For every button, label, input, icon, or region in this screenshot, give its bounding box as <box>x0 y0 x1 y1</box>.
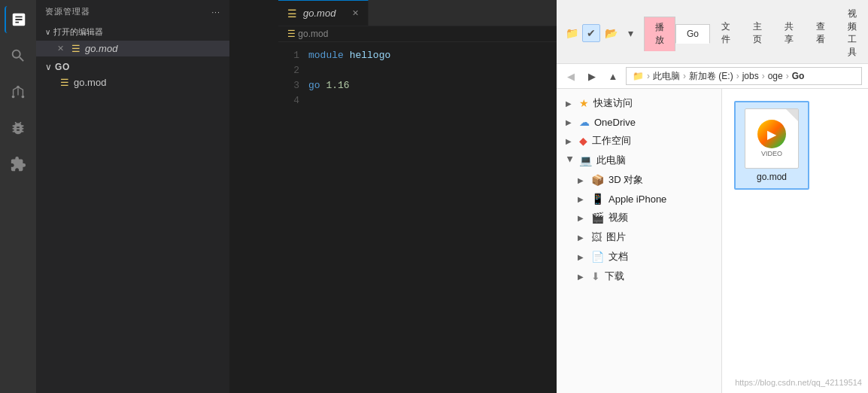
go-section-label: GO <box>55 62 70 72</box>
path-oge[interactable]: oge <box>768 71 783 81</box>
git-activity-icon[interactable] <box>5 78 32 105</box>
tree-item-workspace[interactable]: ▶ ◆ 工作空间 <box>557 131 721 151</box>
tree-item-documents[interactable]: ▶ 📄 文档 <box>557 247 721 267</box>
ribbon-tabs: 📁 ✔ 📂 ▾ 播放 Go 文件 主页 共享 查看 视频工具 <box>557 0 868 63</box>
path-icon: 📁 <box>633 71 644 81</box>
address-path[interactable]: 📁 › 此电脑 › 新加卷 (E:) › jobs › oge › Go <box>626 67 862 85</box>
go-file-icon: ☰ <box>60 77 69 88</box>
downloads-icon: ⬇ <box>591 270 600 282</box>
video-play-icon: ▶ <box>757 120 786 148</box>
ribbon-tab-home[interactable]: 主页 <box>742 16 773 50</box>
file-close-button[interactable]: ✕ <box>57 44 64 53</box>
tab-label: go.mod <box>303 8 335 19</box>
tab-file-icon: ☰ <box>287 8 297 20</box>
svg-point-2 <box>22 96 25 99</box>
open-editors-label: 打开的编辑器 <box>53 26 103 38</box>
path-drive[interactable]: 新加卷 (E:) <box>689 70 733 83</box>
3d-arrow: ▶ <box>578 176 587 184</box>
tree-item-downloads[interactable]: ▶ ⬇ 下载 <box>557 267 721 286</box>
debug-activity-icon[interactable] <box>5 114 32 142</box>
tree-item-3d[interactable]: ▶ 📦 3D 对象 <box>557 170 721 190</box>
tab-close-button[interactable]: ✕ <box>352 8 359 18</box>
ribbon-tab-go[interactable]: Go <box>675 24 710 44</box>
sidebar-more-button[interactable]: ··· <box>211 8 220 17</box>
pictures-arrow: ▶ <box>578 233 587 242</box>
workspace-arrow: ▶ <box>566 137 575 145</box>
quick-folder2-button[interactable]: 📂 <box>602 24 620 42</box>
ribbon-tab-share[interactable]: 共享 <box>773 16 805 50</box>
ribbon: 📁 ✔ 📂 ▾ 播放 Go 文件 主页 共享 查看 视频工具 <box>557 0 868 64</box>
address-bar: ◀ ▶ ▲ 📁 › 此电脑 › 新加卷 (E:) › jobs › oge › … <box>557 64 868 89</box>
nav-back-button[interactable]: ◀ <box>563 68 579 84</box>
this-pc-icon: 💻 <box>579 154 592 166</box>
path-jobs[interactable]: jobs <box>742 71 759 81</box>
explorer-body: ▶ ★ 快速访问 ▶ ☁ OneDrive ▶ ◆ 工作空间 ▶ 💻 此电脑 ▶ <box>557 89 868 393</box>
activity-bar <box>0 0 36 393</box>
sidebar-header: 资源管理器 ··· <box>36 0 229 23</box>
active-file-tab[interactable]: ✕ ☰ go.mod <box>36 41 229 56</box>
file-type-label: VIDEO <box>761 150 782 157</box>
quick-folder-button[interactable]: 📁 <box>563 24 581 42</box>
pictures-icon: 🖼 <box>591 231 602 243</box>
onedrive-label: OneDrive <box>594 117 636 128</box>
videos-label: 视频 <box>609 211 628 224</box>
quick-dropdown-button[interactable]: ▾ <box>621 24 639 42</box>
pictures-label: 图片 <box>606 230 626 244</box>
nav-up-button[interactable]: ▲ <box>605 68 621 84</box>
tree-item-pictures[interactable]: ▶ 🖼 图片 <box>557 227 721 247</box>
path-go[interactable]: Go <box>792 71 805 81</box>
apple-iphone-arrow: ▶ <box>578 195 587 203</box>
go-section: ∨ GO ☰ go.mod <box>36 59 229 90</box>
go-file-item[interactable]: ☰ go.mod <box>36 75 229 90</box>
sidebar-title: 资源管理器 <box>45 6 90 17</box>
ribbon-tab-video-tools[interactable]: 视频工具 <box>836 3 868 63</box>
documents-icon: 📄 <box>591 251 604 263</box>
editor-tabs: ☰ go.mod ✕ <box>278 0 557 26</box>
ribbon-tab-file[interactable]: 文件 <box>710 16 742 50</box>
onedrive-icon: ☁ <box>579 116 590 128</box>
quick-access-icon: ★ <box>579 97 589 109</box>
go-mod-tab[interactable]: ☰ go.mod ✕ <box>278 0 369 26</box>
tree-item-quick-access[interactable]: ▶ ★ 快速访问 <box>557 93 721 113</box>
ribbon-tab-view[interactable]: 查看 <box>805 16 836 50</box>
tree-item-videos[interactable]: ▶ 🎬 视频 <box>557 208 721 227</box>
editor-breadcrumb: ☰ go.mod <box>278 26 557 42</box>
line-numbers: 1 2 3 4 <box>278 48 308 387</box>
open-editors-arrow: ∨ <box>45 28 50 36</box>
file-item-name: go.mod <box>757 172 787 182</box>
explorer-panel: 📁 ✔ 📂 ▾ 播放 Go 文件 主页 共享 查看 视频工具 ◀ ▶ ▲ 📁 ›… <box>557 0 868 393</box>
file-area: ▶ VIDEO go.mod <box>722 89 868 393</box>
code-content[interactable]: module hellogo go 1.16 <box>308 48 557 387</box>
go-section-title[interactable]: ∨ GO <box>36 59 229 75</box>
videos-icon: 🎬 <box>591 212 604 224</box>
extensions-activity-icon[interactable] <box>5 151 32 178</box>
apple-iphone-label: Apple iPhone <box>609 193 666 205</box>
3d-label: 3D 对象 <box>609 173 643 187</box>
workspace-label: 工作空间 <box>592 134 631 148</box>
path-pc[interactable]: 此电脑 <box>653 70 680 83</box>
documents-label: 文档 <box>609 250 628 264</box>
quick-check-button[interactable]: ✔ <box>582 24 600 42</box>
videos-arrow: ▶ <box>578 214 587 222</box>
code-line-3: go 1.16 <box>308 78 557 93</box>
3d-icon: 📦 <box>591 174 604 186</box>
this-pc-label: 此电脑 <box>596 154 626 167</box>
go-file-name: go.mod <box>74 77 106 88</box>
open-editors-section[interactable]: ∨ 打开的编辑器 <box>36 23 229 41</box>
tree-item-this-pc[interactable]: ▶ 💻 此电脑 <box>557 151 721 170</box>
go-section-arrow: ∨ <box>45 62 52 72</box>
file-name-label: go.mod <box>85 43 117 54</box>
this-pc-arrow: ▶ <box>566 156 575 165</box>
editor-area: ☰ go.mod ✕ ☰ go.mod 1 2 3 4 module hello… <box>278 0 557 393</box>
nav-forward-button[interactable]: ▶ <box>584 68 600 84</box>
ribbon-tab-playing[interactable]: 播放 <box>644 17 675 51</box>
files-activity-icon[interactable] <box>5 6 32 33</box>
tree-item-apple-iphone[interactable]: ▶ 📱 Apple iPhone <box>557 190 721 208</box>
code-line-2 <box>308 63 557 78</box>
code-line-1: module hellogo <box>308 48 557 63</box>
tree-item-onedrive[interactable]: ▶ ☁ OneDrive <box>557 113 721 131</box>
file-item-gomod[interactable]: ▶ VIDEO go.mod <box>734 101 809 190</box>
nav-tree: ▶ ★ 快速访问 ▶ ☁ OneDrive ▶ ◆ 工作空间 ▶ 💻 此电脑 ▶ <box>557 89 722 393</box>
search-activity-icon[interactable] <box>5 42 32 69</box>
breadcrumb-text: go.mod <box>298 29 328 39</box>
